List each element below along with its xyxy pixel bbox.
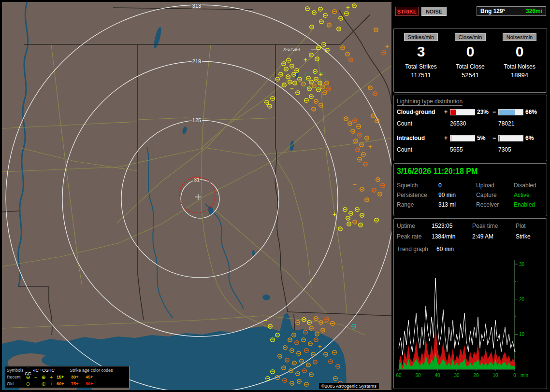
upload-label: Upload	[476, 182, 494, 189]
range-label: Range	[397, 201, 414, 208]
svg-text:10: 10	[519, 332, 525, 337]
bearing-range: 326mi	[526, 8, 542, 14]
rates-box: Strikes/min 3 Total Strikes 117511 Close…	[393, 28, 547, 93]
age-45: 45+	[86, 374, 99, 380]
range-row: Range 313 mi Receiver Enabled	[394, 201, 547, 210]
total-noises-label: Total Noises	[495, 63, 544, 70]
svg-text:10: 10	[492, 373, 498, 378]
close-per-min-value: 0	[446, 43, 494, 60]
receiver-label: Receiver	[476, 201, 499, 208]
capture-label: Capture	[476, 192, 497, 198]
noises-per-min-value: 0	[495, 43, 544, 60]
range-value: 313 mi	[438, 201, 456, 208]
cg-negative-pct: 66%	[525, 109, 537, 115]
upload-status: Disabled	[514, 182, 536, 189]
legend-symbols-label: Symbols	[7, 367, 24, 374]
intracloud-label: Intracloud	[397, 135, 425, 141]
svg-text:60: 60	[396, 373, 402, 378]
cg-count-row: Count 26530 78021	[394, 120, 547, 127]
total-close-label: Total Close	[446, 63, 494, 70]
age-30: 30+	[71, 374, 84, 380]
legend-col-pos-cg: +CG	[40, 367, 47, 374]
distribution-header: Lightning type distribution	[397, 98, 463, 106]
strikes-per-min-column: Strikes/min 3 Total Strikes 117511	[397, 32, 445, 79]
cg-positive-gauge	[450, 109, 475, 115]
ic-positive-pct: 5%	[477, 135, 485, 141]
distribution-box: Lightning type distribution Cloud-ground…	[393, 95, 547, 161]
plot-label: Plot	[516, 223, 526, 229]
trend-graph: 1020306050403020100min	[395, 256, 546, 384]
plus-sign: +	[444, 109, 448, 115]
ic-negative-gauge	[498, 135, 523, 141]
datetime-display: 3/16/2026 11:20:18 PM	[397, 167, 478, 176]
plus-icon: +	[47, 380, 55, 387]
legend-col-pos-ic: +IC	[47, 367, 55, 374]
age-60: 60+	[57, 380, 70, 387]
control-panel: STRIKE NOISE Bng 129° 326mi Strikes/min …	[392, 0, 550, 392]
cg-negative-count: 78021	[498, 120, 514, 127]
cg-negative-gauge	[498, 109, 523, 115]
strikes-per-min-chip: Strikes/min	[404, 33, 438, 41]
bearing-label: Bng 129°	[480, 8, 505, 14]
ic-positive-count: 5655	[450, 146, 463, 153]
svg-text:50: 50	[415, 373, 421, 378]
svg-text:20: 20	[473, 373, 479, 378]
circle-minus-icon: ⊖	[24, 374, 32, 380]
cloud-ground-row: Cloud-ground + 23% − 66%	[394, 109, 547, 116]
cg-positive-count: 26530	[450, 120, 466, 127]
noises-per-min-column: Noises/min 0 Total Noises 18994	[495, 32, 544, 79]
close-per-min-column: Close/min 0 Total Close 52541	[446, 32, 494, 79]
cg-positive-pct: 23%	[477, 109, 489, 115]
minus-sign: −	[492, 135, 496, 141]
age-75: 75+	[71, 380, 84, 387]
uptime-label: Uptime	[397, 223, 415, 229]
squelch-row: Squelch 0 Upload Disabled	[394, 182, 547, 191]
legend-recent-row: Recent ⊖ − ⊕ + 15+ 30+ 45+	[7, 374, 128, 380]
svg-text:30: 30	[519, 262, 525, 267]
circle-plus-icon: ⊕	[40, 374, 47, 380]
legend-old-label: Old	[7, 380, 24, 387]
total-strikes-value: 117511	[397, 71, 445, 79]
ring-label-219: 219	[192, 58, 201, 64]
age-15: 15+	[57, 374, 70, 380]
legend-header-row: Symbols -CG -IC +CG +IC Strike age color…	[7, 367, 128, 374]
minus-icon: −	[32, 380, 40, 387]
squelch-label: Squelch	[397, 182, 418, 189]
plus-sign: +	[444, 135, 448, 141]
minus-icon: −	[32, 374, 40, 380]
ic-count-row: Count 5655 7305	[394, 146, 547, 154]
count-label: Count	[397, 146, 412, 153]
legend-age-header: Strike age color codes	[55, 367, 128, 374]
cloud-ground-label: Cloud-ground	[397, 109, 435, 115]
peak-time-label: Peak time	[472, 223, 498, 229]
plus-icon: +	[47, 374, 55, 380]
peak-rate-value: 1384/min	[432, 233, 455, 240]
map-legend: Symbols -CG -IC +CG +IC Strike age color…	[5, 366, 130, 388]
total-close-value: 52541	[446, 71, 494, 79]
status-box: 3/16/2026 11:20:18 PM Squelch 0 Upload D…	[393, 163, 547, 216]
peak-time-value: 2:49 AM	[472, 233, 493, 240]
trend-graph-window: 60 min	[436, 246, 454, 252]
svg-text:min: min	[521, 373, 528, 378]
close-per-min-chip: Close/min	[455, 33, 486, 41]
storm-marker-label: X-5759-I	[283, 47, 300, 52]
ic-negative-count: 7305	[498, 146, 511, 153]
bearing-readout: Bng 129° 326mi	[477, 6, 546, 16]
map-view[interactable]: 313 219 125 31 X-5759-I Symbols -CG -IC …	[2, 2, 391, 390]
noise-mode-button[interactable]: NOISE	[421, 7, 447, 16]
legend-old-row: Old ⊖ − ⊕ + 60+ 75+ 90+	[7, 380, 128, 387]
strikes-per-min-value: 3	[397, 43, 445, 60]
ring-label-125: 125	[192, 117, 201, 123]
capture-status: Active	[514, 192, 530, 198]
total-noises-value: 18994	[495, 71, 544, 79]
persistence-row: Persistence 90 min Capture Active	[394, 192, 547, 200]
plot-value: Strike	[516, 233, 531, 240]
count-label: Count	[397, 120, 412, 127]
persistence-value: 90 min	[438, 192, 456, 198]
strike-mode-button[interactable]: STRIKE	[395, 7, 419, 16]
svg-text:40: 40	[434, 373, 440, 378]
lake-pontchartrain	[42, 354, 71, 366]
trend-box: Uptime 1523:05 Peak time Plot Peak rate …	[393, 218, 547, 389]
legend-recent-label: Recent	[7, 374, 24, 380]
app-window: 313 219 125 31 X-5759-I Symbols -CG -IC …	[0, 0, 550, 392]
